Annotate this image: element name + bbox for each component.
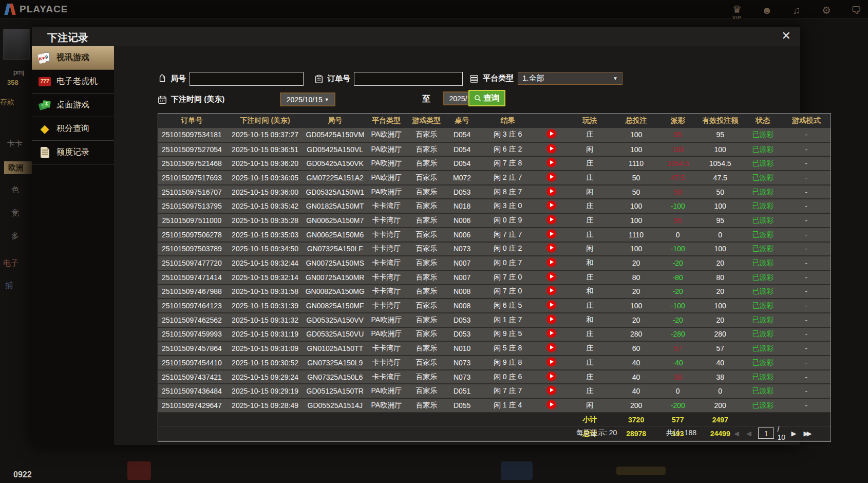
play-video-icon[interactable] [547, 286, 556, 295]
cell-platform: 卡卡湾厅 [365, 256, 407, 270]
bg-nav-item: 色 [11, 185, 19, 195]
play-video-icon[interactable] [547, 400, 556, 409]
cell-status: 已派彩 [744, 270, 782, 285]
sidebar-item-points-query[interactable]: ◆ 积分查询 [32, 117, 114, 141]
cell-payout: -100 [659, 299, 696, 313]
last-page-icon[interactable]: ▶▶ [804, 430, 810, 437]
play-video-icon[interactable] [547, 158, 556, 167]
close-icon[interactable]: ✕ [782, 30, 791, 42]
sidebar-item-quota-records[interactable]: 额度记录 [32, 141, 114, 164]
subtotal-row-empty-cell [479, 413, 537, 427]
play-video-icon[interactable] [547, 343, 556, 352]
cell-payout: 100 [659, 142, 696, 157]
playace-logo[interactable]: PLAYACE [5, 3, 68, 16]
bg-nav-item-selected: 欧洲 [4, 161, 32, 174]
prev-page-icon[interactable]: ◀ [746, 430, 751, 437]
page-number-input[interactable]: 1 [758, 428, 774, 439]
cell-bet-time: 2025-10-15 09:29:19 [225, 384, 305, 398]
total-count-label: 共计: 188 [666, 429, 696, 438]
play-video-icon[interactable] [547, 129, 556, 138]
cell-total-bet: 1110 [613, 228, 659, 242]
topbar-icons: ♛VIP ☻ ♫ ⚙ 🗨 [729, 2, 864, 18]
cell-table-no: D053 [445, 185, 479, 199]
table-row: 2510150974544102025-10-15 09:30:52GN0732… [158, 356, 831, 370]
chevron-down-icon: ▼ [613, 76, 618, 81]
chat-icon[interactable]: 🗨 [848, 3, 864, 17]
calendar-icon [158, 95, 167, 104]
subtotal-row-label: 小计 [566, 413, 613, 427]
play-video-icon[interactable] [547, 187, 556, 196]
cell-valid-bet: 57 [696, 341, 744, 356]
play-video-icon[interactable] [547, 315, 556, 324]
sidebar-item-live-games[interactable]: 9K♥ 视讯游戏 [32, 46, 114, 70]
col-header-round-id: 局号 [305, 114, 365, 128]
table-row: 2510150975270542025-10-15 09:36:51GD0542… [158, 142, 831, 157]
table-row: 2510150974625622025-10-15 09:31:32GD0532… [158, 313, 831, 327]
play-video-icon[interactable] [547, 144, 556, 153]
sidebar-item-table-games[interactable]: $$ 桌面游戏 [32, 94, 114, 117]
settings-gear-icon[interactable]: ⚙ [819, 3, 834, 17]
cell-valid-bet: 95 [696, 213, 744, 228]
play-video-icon[interactable] [547, 386, 556, 395]
customer-service-icon[interactable]: ☻ [759, 3, 775, 17]
search-button[interactable]: 查询 [468, 90, 505, 106]
cell-round-id: GN07325A150L9 [305, 356, 365, 370]
platform-select[interactable]: 1.全部 ▼ [518, 72, 622, 85]
sidebar-item-slots[interactable]: 777 电子老虎机 [32, 70, 114, 94]
cell-table-no: D055 [445, 398, 479, 413]
cell-play-type: 庄 [566, 370, 613, 384]
vip-icon[interactable]: ♛VIP [729, 2, 745, 18]
cell-round-id: GD05425A150VM [305, 128, 365, 142]
bg-fragment-block [127, 461, 151, 480]
cell-payout: -100 [659, 199, 696, 213]
cell-status: 已派彩 [744, 327, 782, 342]
play-video-icon[interactable] [547, 272, 556, 281]
play-video-icon[interactable] [547, 244, 556, 252]
play-video-icon[interactable] [547, 301, 556, 309]
cell-bet-time: 2025-10-15 09:31:09 [225, 341, 305, 356]
round-input[interactable] [190, 72, 304, 86]
next-page-icon[interactable]: ▶ [791, 430, 797, 437]
cell-round-id: GD05325A150VU [305, 327, 365, 342]
order-input[interactable] [354, 72, 463, 86]
cell-result: 闲 9 庄 8 [479, 356, 537, 370]
cell-game-type: 百家乐 [408, 128, 445, 142]
dialog-sidebar: 9K♥ 视讯游戏 777 电子老虎机 $$ 桌面游戏 ◆ 积分查询 额度记录 [32, 46, 114, 445]
cell-payout: 1054.5 [659, 156, 696, 171]
cell-game-type: 百家乐 [408, 213, 445, 228]
first-page-icon[interactable]: ◀ [734, 430, 739, 437]
play-video-icon[interactable] [547, 372, 556, 381]
cell-total-bet: 100 [613, 299, 659, 313]
col-header-payout: 派彩 [659, 114, 696, 128]
cell-game-type: 百家乐 [408, 327, 445, 342]
bg-nav-item: 多 [11, 231, 19, 241]
play-video-icon[interactable] [547, 258, 556, 267]
play-video-icon[interactable] [547, 230, 556, 238]
cell-table-no: N018 [445, 199, 479, 213]
play-video-icon[interactable] [547, 358, 556, 366]
play-video-icon[interactable] [547, 215, 556, 224]
subtotal-row-total-bet: 3720 [613, 413, 659, 427]
cell-order-id: 251015097462562 [158, 313, 225, 327]
play-video-icon[interactable] [547, 329, 556, 338]
cell-video [537, 142, 567, 157]
play-video-icon[interactable] [547, 173, 556, 181]
music-icon[interactable]: ♫ [789, 3, 804, 17]
play-video-icon[interactable] [547, 201, 556, 210]
cell-video [537, 242, 567, 256]
col-header-video [537, 114, 567, 128]
cell-video [537, 185, 567, 199]
per-page-label: 每页显示: 20 [576, 429, 617, 438]
search-icon [474, 95, 482, 102]
table-games-icon: $$ [38, 99, 51, 112]
cell-payout: 57 [659, 341, 696, 356]
cell-bet-time: 2025-10-15 09:29:24 [225, 370, 305, 384]
date-from-picker[interactable]: 2025/10/15 ▼ [280, 92, 335, 106]
cell-platform: PA欧洲厅 [365, 156, 407, 171]
table-row: 2510150974679882025-10-15 09:31:58GN0082… [158, 285, 831, 299]
dialog-title: 下注记录 [47, 31, 88, 45]
cell-video [537, 341, 567, 356]
cell-game-mode: - [782, 398, 831, 413]
col-header-play-type: 玩法 [566, 114, 613, 128]
cell-round-id: GN07325A150L6 [305, 370, 365, 384]
